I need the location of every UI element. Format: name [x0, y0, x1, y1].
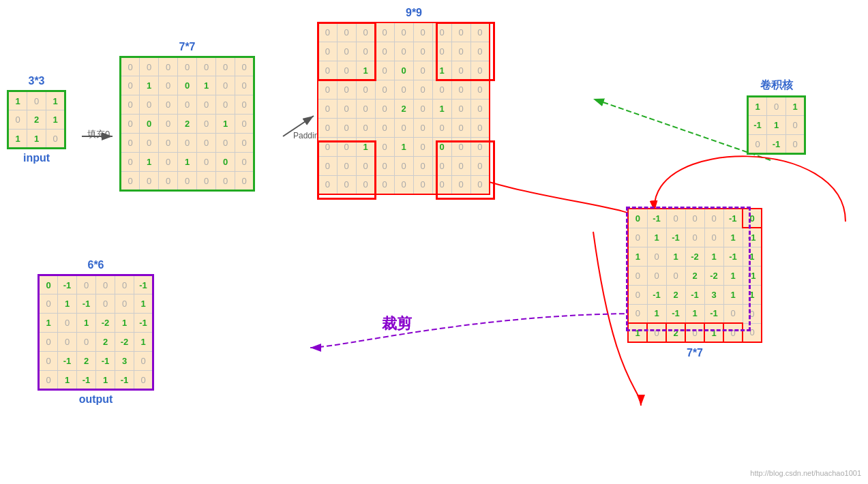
kernel-matrix: 101 -110 0-10	[747, 95, 806, 155]
result-size-label: 7*7	[627, 347, 762, 359]
kernel-matrix-container: 卷积核 101 -110 0-10	[747, 78, 806, 155]
input-matrix-container: 3*3 101 021 110 input	[7, 75, 66, 164]
output-size-label: 6*6	[38, 259, 154, 271]
output-matrix-container: 6*6 0-10 00-1 01-1 001 101 -21-1 000 2-2…	[38, 259, 154, 406]
input-matrix: 101 021 110	[7, 90, 66, 149]
fill-label: 填充0	[87, 128, 110, 140]
nine-matrix: 000 000 000 000 000 000 001 000 100 000 …	[317, 22, 490, 195]
padded-matrix-container: 7*7 0000000 0100100 0000000 0002010 0000…	[119, 41, 255, 192]
watermark: http://blog.csdn.net/huachao1001	[750, 469, 861, 477]
svg-line-6	[593, 99, 770, 160]
nine-matrix-container: 9*9 000 000 000 000 000 000 001 000 100 …	[317, 7, 490, 195]
crop-label: 裁剪	[382, 314, 412, 334]
output-matrix: 0-10 00-1 01-1 001 101 -21-1 000 2-21 0-…	[38, 274, 154, 391]
padded-matrix: 0000000 0100100 0000000 0002010 0000000 …	[119, 56, 255, 192]
input-size-label: 3*3	[7, 75, 66, 87]
result-matrix-container: 0-10 00-1 0 01-1 001 -1 101 -21-1 1 000 …	[627, 208, 762, 362]
nine-size-label: 9*9	[338, 7, 490, 19]
kernel-label: 卷积核	[747, 78, 806, 93]
result-matrix: 0-10 00-1 0 01-1 001 -1 101 -21-1 1 000 …	[627, 208, 762, 343]
output-name-label: output	[38, 393, 154, 406]
input-name-label: input	[7, 152, 66, 164]
padded-size-label: 7*7	[119, 41, 255, 53]
